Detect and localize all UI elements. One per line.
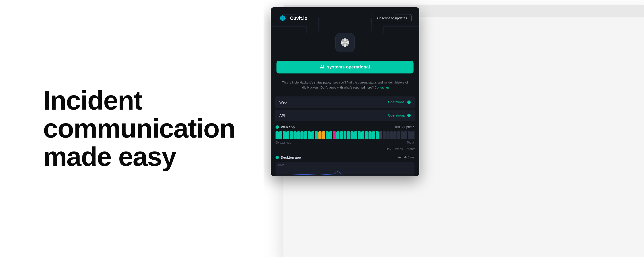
uptime-label: Web app: [276, 125, 295, 129]
uptime-section: Web app 100% Uptime: [274, 125, 416, 144]
chart-y-label: 1000: [278, 163, 284, 166]
desktop-label-text: Desktop app: [281, 156, 301, 159]
uptime-seg-gray-2: [383, 131, 386, 139]
uptime-seg-14: [329, 131, 332, 139]
hero-title: Incident communication made easy: [43, 86, 235, 171]
time-tabs: Day Week Month: [274, 147, 416, 153]
uptime-seg-orange-2: [322, 131, 325, 139]
uptime-seg-gray-1: [379, 131, 382, 139]
uptime-seg-6: [294, 131, 296, 139]
uptime-seg-1: [276, 131, 279, 139]
uptime-seg-orange-1: [318, 131, 322, 139]
service-status-web: Operational: [388, 100, 411, 104]
uptime-seg-17: [344, 131, 347, 139]
uptime-header: Web app 100% Uptime: [276, 125, 414, 129]
uptime-seg-22: [361, 131, 364, 139]
service-name-web: Web: [279, 100, 287, 104]
uptime-footer: 60 days ago Today: [276, 141, 414, 144]
uptime-seg-gray-10: [411, 131, 414, 139]
uptime-bar: [276, 131, 414, 139]
brand: Cuvlt.io: [278, 14, 308, 22]
right-section: Cuvlt.io Subscribe to updates: [264, 0, 644, 257]
desktop-dot: [276, 156, 279, 159]
uptime-seg-19: [350, 131, 354, 139]
service-status-web-text: Operational: [388, 100, 406, 104]
uptime-seg-12: [315, 131, 318, 139]
desktop-chart: 1000: [276, 162, 414, 176]
status-dot-web: [407, 100, 411, 104]
uptime-seg-20: [354, 131, 357, 139]
service-name-api: API: [279, 113, 285, 117]
uptime-seg-13: [326, 131, 329, 139]
time-tab-week[interactable]: Week: [395, 147, 403, 151]
brand-name-text: Cuvlt.io: [290, 15, 308, 21]
chart-svg: [276, 162, 414, 176]
uptime-seg-15: [336, 131, 340, 139]
center-logo-circle: [336, 33, 354, 52]
uptime-seg-3: [283, 131, 286, 139]
uptime-seg-7: [297, 131, 300, 139]
time-tab-day[interactable]: Day: [386, 147, 391, 151]
uptime-start-label: 60 days ago: [276, 141, 291, 144]
uptime-end-label: Today: [407, 141, 414, 144]
uptime-seg-10: [308, 131, 311, 139]
uptime-seg-24: [368, 131, 372, 139]
uptime-seg-11: [311, 131, 314, 139]
time-tab-month[interactable]: Month: [407, 147, 416, 151]
uptime-seg-2: [279, 131, 282, 139]
brand-logo-icon: [278, 14, 287, 22]
uptime-seg-gray-6: [397, 131, 400, 139]
left-section: Incident communication made easy: [0, 0, 264, 257]
status-page: Cuvlt.io Subscribe to updates: [271, 7, 419, 176]
uptime-seg-23: [365, 131, 368, 139]
uptime-seg-5: [290, 131, 293, 139]
uptime-seg-gray-7: [400, 131, 404, 139]
subscribe-button[interactable]: Subscribe to updates: [371, 14, 412, 22]
status-banner: All systems operational: [276, 61, 414, 73]
uptime-seg-18: [347, 131, 350, 139]
desktop-section: Desktop app Avg.445 ms 1000: [274, 156, 416, 176]
center-spinner-icon: [338, 36, 352, 49]
uptime-seg-gray-3: [386, 131, 390, 139]
avg-ms-text: Avg.445 ms: [398, 156, 414, 159]
status-banner-text: All systems operational: [320, 65, 370, 69]
contact-us-link[interactable]: Contact us.: [375, 86, 390, 89]
status-description: This is Indie Hackers's status page, her…: [271, 77, 419, 95]
uptime-seg-26: [376, 131, 379, 139]
uptime-seg-gray-4: [390, 131, 393, 139]
uptime-seg-25: [372, 131, 375, 139]
uptime-seg-4: [286, 131, 290, 139]
uptime-seg-gray-8: [404, 131, 407, 139]
status-dot-api: [407, 114, 411, 117]
uptime-seg-9: [304, 131, 307, 139]
logo-center-area: [271, 28, 419, 57]
description-link-pre: Don't agree with what's reported here?: [320, 86, 374, 89]
uptime-seg-21: [358, 131, 361, 139]
service-row-web: Web Operational: [274, 96, 416, 108]
service-status-api: Operational: [388, 113, 411, 117]
desktop-header: Desktop app Avg.445 ms: [276, 156, 414, 159]
service-row-api: API Operational: [274, 110, 416, 121]
uptime-label-text: Web app: [281, 125, 295, 129]
uptime-seg-16: [340, 131, 343, 139]
uptime-seg-gray-5: [394, 131, 396, 139]
status-header: Cuvlt.io Subscribe to updates: [271, 7, 419, 28]
uptime-seg-gray-9: [408, 131, 411, 139]
uptime-seg-8: [300, 131, 304, 139]
service-status-api-text: Operational: [388, 113, 406, 117]
uptime-percent: 100% Uptime: [394, 125, 414, 129]
uptime-dot: [276, 125, 279, 129]
uptime-seg-pink: [333, 131, 336, 139]
desktop-label: Desktop app: [276, 156, 301, 159]
